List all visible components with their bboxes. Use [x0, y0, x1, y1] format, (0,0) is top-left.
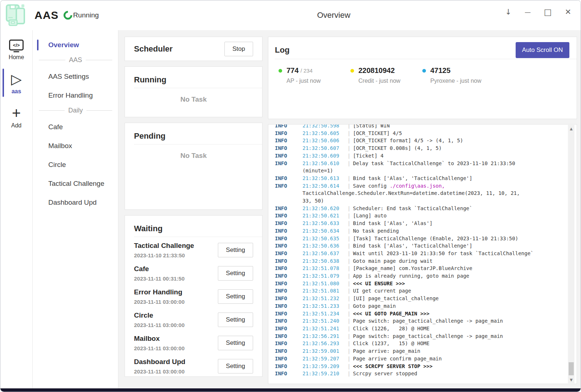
log-level: INFO — [275, 280, 302, 287]
scrollbar-thumb[interactable] — [569, 362, 574, 375]
log-timestamp: 21:32:51.233 — [302, 302, 345, 310]
log-message: Page arrive confirm page_main — [353, 355, 442, 363]
log-timestamp: 21:32:50.636 — [302, 242, 345, 250]
log-level: INFO — [275, 272, 302, 280]
log-level: INFO — [275, 317, 302, 325]
stat-label: AP - just now — [287, 78, 350, 84]
scroll-up-icon[interactable]: ▲ — [568, 127, 574, 131]
setting-button[interactable]: Setting — [218, 359, 253, 373]
sidebar-item-dashboard-upd[interactable]: Dashboard Upd — [33, 195, 118, 210]
waiting-task-row: Tactical Challenge2023-11-10 21:33:50Set… — [125, 238, 262, 262]
app-window: AAS Running Overview ↓ — □ ✕ </> Home ▷ … — [0, 0, 581, 392]
stat-value: 774 — [287, 66, 298, 75]
waiting-task-name: Dashboard Upd — [134, 358, 185, 366]
maximize-icon[interactable]: □ — [544, 8, 552, 16]
download-icon[interactable]: ↓ — [505, 8, 512, 16]
sidebar-item-aas-settings[interactable]: AAS Settings — [33, 69, 118, 84]
log-message: Click (1237, 15) @ HOME — [353, 340, 430, 347]
rail-label: Home — [9, 54, 24, 61]
sidebar-item-cafe[interactable]: Cafe — [33, 119, 118, 135]
nav-section-label: AAS — [69, 56, 82, 64]
log-level: INFO — [275, 355, 302, 363]
log-line: INFO21:32:59.207|Page arrive confirm pag… — [275, 355, 564, 363]
log-timestamp: 21:32:59.001 — [302, 347, 345, 355]
running-spinner-icon — [62, 9, 74, 21]
resource-stat: 774/ 234AP - just now — [279, 66, 350, 84]
rail-item-home[interactable]: </> Home — [0, 33, 32, 64]
task-column: Scheduler Stop Running No Task Pending N… — [125, 37, 263, 384]
setting-button[interactable]: Setting — [218, 266, 253, 281]
waiting-task-list: Tactical Challenge2023-11-10 21:33:50Set… — [125, 237, 262, 377]
setting-button[interactable]: Setting — [218, 289, 253, 304]
rail-item-add[interactable]: + Add — [0, 101, 32, 132]
log-timestamp: 21:32:50.638 — [302, 257, 345, 265]
stat-suffix: / 234 — [300, 68, 312, 74]
running-empty-text: No Task — [125, 95, 262, 103]
scheduler-title: Scheduler — [134, 44, 172, 54]
log-level: INFO — [275, 220, 302, 227]
close-icon[interactable]: ✕ — [565, 8, 571, 16]
log-timestamp: 21:32:59.207 — [302, 355, 345, 363]
minimize-icon[interactable]: — — [525, 9, 531, 15]
log-message: Bind task ['Alas', 'TacticalChallenge'] — [353, 242, 472, 250]
waiting-title: Waiting — [134, 224, 163, 233]
sidebar-item-error-handling[interactable]: Error Handling — [33, 88, 118, 103]
code-monitor-icon: </> — [9, 40, 24, 50]
plus-icon: + — [12, 106, 21, 120]
main-content: Scheduler Stop Running No Task Pending N… — [118, 30, 581, 388]
scroll-down-icon[interactable]: ▼ — [568, 378, 574, 382]
log-line: INFO21:32:50.636|Bind task ['Alas', 'Tac… — [275, 242, 564, 250]
log-timestamp: 21:32:50.598 — [302, 124, 345, 130]
setting-button[interactable]: Setting — [218, 313, 253, 327]
log-timestamp: 21:32:51.234 — [302, 310, 345, 318]
stop-button[interactable]: Stop — [224, 42, 253, 56]
log-timestamp: 21:32:50.614 — [302, 182, 345, 190]
log-level: INFO — [275, 347, 302, 355]
log-timestamp: 21:32:50.635 — [302, 235, 345, 242]
log-message: Page switch: page_tactical_challenge -> … — [353, 317, 503, 325]
rail-label: aas — [12, 88, 21, 95]
log-message: Click (1226, 28) @ HOME — [353, 325, 430, 332]
sidebar-item-overview[interactable]: Overview — [33, 37, 118, 53]
log-line: INFO21:32:51.233|Goto page_main — [275, 302, 564, 310]
log-line: INFO21:32:50.610|Delay task `TacticalCha… — [275, 160, 564, 167]
log-level: INFO — [275, 205, 302, 212]
log-timestamp: 21:32:51.079 — [302, 272, 345, 280]
log-title: Log — [275, 45, 289, 55]
setting-button[interactable]: Setting — [218, 336, 253, 350]
stat-dot-icon — [279, 69, 282, 73]
log-timestamp: 21:32:51.081 — [302, 287, 345, 295]
log-line: INFO21:32:50.614|Save config ./config\aa… — [275, 182, 564, 190]
log-level: INFO — [275, 287, 302, 295]
log-line: INFO21:32:50.605|[OCR_TICKET] 4/5 — [275, 130, 564, 137]
title-bar: AAS Running Overview ↓ — □ ✕ — [0, 0, 581, 30]
log-message: Page arrive: page_main — [353, 347, 420, 355]
log-line: INFO21:32:51.241|Click (1226, 28) @ HOME — [275, 325, 564, 332]
log-line: INFO21:32:51.240|Page switch: page_tacti… — [275, 317, 564, 325]
window-controls: ↓ — □ ✕ — [505, 0, 571, 24]
waiting-card: Waiting Tactical Challenge2023-11-10 21:… — [125, 215, 263, 377]
setting-button[interactable]: Setting — [218, 243, 253, 257]
page-title: Overview — [317, 11, 350, 20]
sidebar-item-tactical-challenge[interactable]: Tactical Challenge — [33, 176, 118, 191]
rail-item-aas[interactable]: ▷ aas — [0, 67, 32, 98]
log-line: INFO21:32:59.210|Scrcpy server stopped — [275, 370, 564, 377]
log-scrollbar[interactable]: ▲ ▼ — [568, 125, 574, 383]
nav-section-divider: Daily — [39, 107, 112, 114]
resource-stat: 220810942Credit - just now — [350, 66, 422, 84]
log-message: Page switch: page_tactical_challenge -> … — [353, 332, 503, 340]
log-message: Scheduler: End task `TacticalChallenge` — [353, 205, 472, 212]
log-timestamp: 21:32:59.209 — [302, 363, 345, 370]
sidebar-item-mailbox[interactable]: Mailbox — [33, 138, 118, 154]
log-level: INFO — [275, 227, 302, 235]
log-line: INFO21:32:50.637|Wait until 2023-11-10 2… — [275, 250, 564, 257]
log-line: 33, 50) — [275, 197, 564, 205]
auto-scroll-button[interactable]: Auto Scroll ON — [516, 42, 569, 58]
log-message: Save config ./config\aas.json, — [353, 182, 445, 190]
stat-value: 220810942 — [358, 66, 395, 75]
log-message: App is already running, goto main page — [353, 272, 469, 280]
log-line: INFO21:32:50.598|[Status] WIN — [275, 124, 564, 130]
log-line: INFO21:32:50.638|Goto main page during w… — [275, 257, 564, 265]
waiting-task-next-run: 2023-11-11 03:00:00 — [134, 322, 184, 328]
sidebar-item-circle[interactable]: Circle — [33, 157, 118, 172]
